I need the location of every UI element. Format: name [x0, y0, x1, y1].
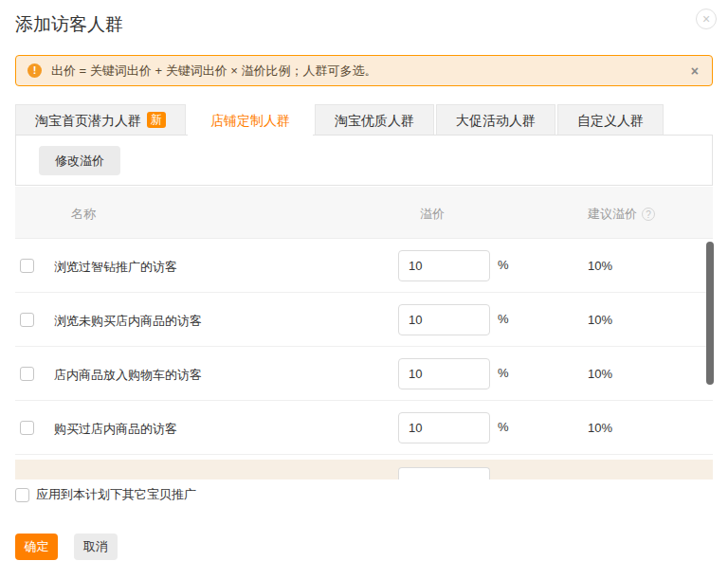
tab-label: 自定义人群 [577, 105, 644, 136]
audience-tabbar: 淘宝首页潜力人群 新 店铺定制人群 淘宝优质人群 大促活动人群 自定义人群 [15, 104, 665, 136]
tab-label: 淘宝首页潜力人群 [35, 105, 141, 136]
suggested-premium: 10% [588, 313, 612, 327]
percent-sign: % [498, 258, 509, 272]
column-header-name: 名称 [71, 206, 96, 223]
audience-name: 购买过店内商品的访客 [54, 421, 177, 438]
new-badge: 新 [147, 112, 166, 128]
premium-input[interactable] [398, 250, 490, 281]
apply-to-plan-checkbox[interactable] [15, 488, 29, 502]
tab-custom-audience[interactable]: 自定义人群 [557, 104, 664, 135]
scrollbar-thumb[interactable] [706, 242, 714, 385]
dialog-close-icon[interactable]: × [696, 9, 717, 29]
confirm-button[interactable]: 确定 [15, 534, 58, 560]
apply-to-plan-row: 应用到本计划下其它宝贝推广 [15, 486, 196, 503]
apply-to-plan-label: 应用到本计划下其它宝贝推广 [36, 486, 196, 503]
notice-close-icon[interactable]: × [689, 63, 701, 79]
tab-label: 淘宝优质人群 [335, 105, 414, 136]
add-visitor-audience-dialog: 添加访客人群 × ! 出价 = 关键词出价 + 关键词出价 × 溢价比例；人群可… [0, 0, 728, 579]
tab-label: 店铺定制人群 [210, 105, 290, 136]
premium-input[interactable] [398, 412, 490, 443]
audience-name: 浏览未购买店内商品的访客 [54, 313, 202, 330]
notice-text: 出价 = 关键词出价 + 关键词出价 × 溢价比例；人群可多选。 [51, 63, 689, 80]
suggested-premium: 10% [588, 259, 612, 273]
table-row-partial [15, 460, 713, 479]
audience-name: 店内商品放入购物车的访客 [54, 367, 202, 384]
audience-name: 浏览过智钻推广的访客 [54, 259, 177, 276]
percent-sign: % [498, 312, 509, 326]
bid-formula-notice: ! 出价 = 关键词出价 + 关键词出价 × 溢价比例；人群可多选。 × [15, 55, 713, 86]
tab-content-toolbar: 修改溢价 [15, 136, 713, 186]
row-checkbox[interactable] [20, 367, 34, 381]
tab-label: 大促活动人群 [456, 105, 536, 136]
table-row: 浏览过智钻推广的访客 % 10% [15, 239, 713, 293]
column-header-suggested-label: 建议溢价 [588, 206, 637, 223]
percent-sign: % [498, 366, 509, 380]
table-header: 名称 溢价 建议溢价 ? [15, 187, 713, 239]
column-header-suggested: 建议溢价 ? [588, 206, 655, 223]
tab-shop-custom[interactable]: 店铺定制人群 [188, 104, 313, 136]
premium-input[interactable] [398, 358, 490, 389]
audience-table-body: 浏览过智钻推广的访客 % 10% 浏览未购买店内商品的访客 % 10% 店内商品… [15, 239, 713, 479]
row-checkbox[interactable] [20, 259, 34, 273]
tab-taobao-quality[interactable]: 淘宝优质人群 [315, 104, 434, 135]
row-checkbox[interactable] [20, 421, 34, 435]
row-checkbox[interactable] [20, 313, 34, 327]
tab-taobao-homepage-potential[interactable]: 淘宝首页潜力人群 新 [15, 104, 186, 135]
help-icon[interactable]: ? [642, 208, 655, 221]
table-row: 购买过店内商品的访客 % 10% [15, 401, 713, 455]
modify-premium-button[interactable]: 修改溢价 [39, 146, 120, 175]
table-row: 浏览未购买店内商品的访客 % 10% [15, 293, 713, 347]
cancel-button[interactable]: 取消 [74, 534, 118, 560]
percent-sign: % [498, 420, 509, 434]
suggested-premium: 10% [588, 367, 612, 381]
table-row: 店内商品放入购物车的访客 % 10% [15, 347, 713, 401]
premium-input[interactable] [398, 304, 490, 335]
warning-icon: ! [27, 63, 42, 78]
column-header-premium: 溢价 [420, 206, 445, 223]
dialog-title: 添加访客人群 [15, 12, 123, 37]
premium-input-partial[interactable] [398, 467, 490, 479]
tab-promotion-event[interactable]: 大促活动人群 [436, 104, 555, 135]
suggested-premium: 10% [588, 421, 612, 435]
